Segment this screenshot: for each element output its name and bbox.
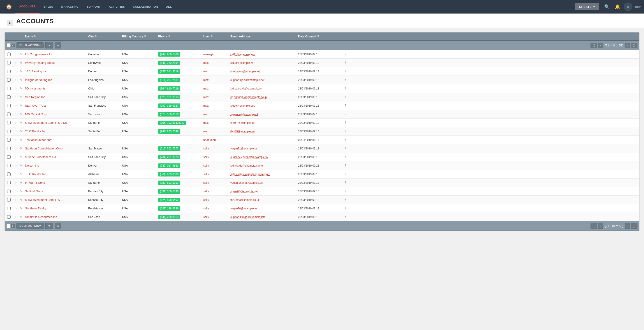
row-edit-icon[interactable]: ✎ <box>18 214 24 220</box>
account-name-link[interactable]: Waverly Trading House <box>25 61 56 64</box>
row-edit-icon[interactable]: ✎ <box>18 51 24 57</box>
row-star[interactable]: ☆ <box>13 214 18 220</box>
account-name-link[interactable]: MTM Investment Bank F S B <box>25 198 62 202</box>
row-checkbox[interactable] <box>7 138 10 142</box>
user-link[interactable]: max <box>203 121 209 124</box>
select-dropdown-button-bottom[interactable]: ▼ <box>10 224 15 228</box>
notifications-button[interactable]: 🔔 <box>613 3 622 10</box>
row-info-icon[interactable]: i <box>342 51 349 57</box>
row-info-icon[interactable]: i <box>342 137 349 143</box>
row-star[interactable]: ☆ <box>13 180 18 186</box>
nav-sales[interactable]: SALES <box>40 0 57 13</box>
row-checkbox[interactable] <box>7 130 10 133</box>
row-checkbox[interactable] <box>7 215 10 219</box>
email-link[interactable]: kid11@example.info <box>230 53 255 56</box>
next-page-button-top[interactable]: ⟩ <box>624 43 630 48</box>
admin-avatar[interactable]: A <box>624 2 632 11</box>
row-edit-icon[interactable]: ✎ <box>18 137 24 143</box>
nav-accounts[interactable]: ACCOUNTS <box>15 0 40 13</box>
user-link[interactable]: sally <box>203 207 209 210</box>
row-info-icon[interactable]: i <box>342 77 349 83</box>
user-link[interactable]: manager <box>203 53 214 56</box>
account-name-link[interactable]: JBC Banking Inc <box>25 70 47 73</box>
user-link[interactable]: nhat.thieu <box>203 138 216 142</box>
row-edit-icon[interactable]: ✎ <box>18 180 24 186</box>
row-star[interactable]: ☆ <box>13 111 18 117</box>
row-star[interactable]: ☆ <box>13 197 18 203</box>
next-page-button-bottom[interactable]: ⟩ <box>624 223 630 229</box>
row-info-icon[interactable]: i <box>342 205 349 212</box>
email-link[interactable]: support.qa.qa@example.net <box>230 78 264 82</box>
email-link[interactable]: kid.kid.kid@example.name <box>230 164 263 167</box>
row-star[interactable]: ☆ <box>13 103 18 109</box>
row-checkbox[interactable] <box>7 181 10 184</box>
row-info-icon[interactable]: i <box>342 111 349 117</box>
select-dropdown-button[interactable]: ▼ <box>10 44 15 47</box>
row-checkbox[interactable] <box>7 112 10 116</box>
row-checkbox[interactable] <box>7 207 10 210</box>
user-link[interactable]: max <box>203 130 209 133</box>
col-user[interactable]: User ⇅ <box>202 35 229 38</box>
row-checkbox[interactable] <box>7 121 10 124</box>
email-link[interactable]: the.info@example.co.uk <box>230 198 260 202</box>
row-edit-icon[interactable]: ✎ <box>18 188 24 194</box>
row-info-icon[interactable]: i <box>342 171 349 177</box>
last-page-button-top[interactable]: ⟩⟩ <box>631 43 638 48</box>
prev-page-button-bottom[interactable]: ⟨ <box>598 223 604 229</box>
email-link[interactable]: kid29@example.edu <box>230 104 255 107</box>
bulk-action-button[interactable]: BULK ACTION▾ <box>16 42 44 48</box>
filter-button-bottom[interactable]: ▼ <box>45 223 53 229</box>
row-star[interactable]: ☆ <box>13 137 18 143</box>
row-info-icon[interactable]: i <box>342 145 349 152</box>
row-checkbox[interactable] <box>7 70 10 73</box>
last-page-button-bottom[interactable]: ⟩⟩ <box>631 223 638 229</box>
row-info-icon[interactable]: i <box>342 154 349 160</box>
row-checkbox[interactable] <box>7 87 10 90</box>
row-edit-icon[interactable]: ✎ <box>18 85 24 91</box>
row-edit-icon[interactable]: ✎ <box>18 145 24 151</box>
email-link[interactable]: support.kid.qa@example.info <box>230 216 266 219</box>
user-link[interactable]: sally <box>203 216 209 219</box>
user-link[interactable]: sally <box>203 181 209 184</box>
row-edit-icon[interactable]: ✎ <box>18 171 24 177</box>
row-edit-icon[interactable]: ✎ <box>18 111 24 117</box>
search-button[interactable]: 🔍 <box>602 3 612 10</box>
row-edit-icon[interactable]: ✎ <box>18 120 24 126</box>
account-name-link[interactable]: Smith & Sons <box>25 190 43 193</box>
user-link[interactable]: max <box>203 61 209 64</box>
row-info-icon[interactable]: i <box>342 120 349 126</box>
nav-marketing[interactable]: MARKETING <box>57 0 83 13</box>
user-link[interactable]: sally <box>203 156 209 159</box>
col-billing-country[interactable]: Billing Country ⇅ <box>121 35 157 38</box>
row-star[interactable]: ☆ <box>13 188 18 195</box>
row-info-icon[interactable]: i <box>342 197 349 203</box>
nav-all[interactable]: ALL <box>162 0 176 13</box>
select-all-checkbox[interactable] <box>6 43 10 47</box>
row-star[interactable]: ☆ <box>13 120 18 126</box>
row-checkbox[interactable] <box>7 172 10 176</box>
row-star[interactable]: ☆ <box>13 60 18 66</box>
user-link[interactable]: sally <box>203 147 209 150</box>
select-all-checkbox-bottom[interactable] <box>6 224 10 228</box>
user-link[interactable]: max <box>203 113 209 116</box>
row-edit-icon[interactable]: ✎ <box>18 68 24 74</box>
email-link[interactable]: kid28@example.tw <box>230 61 254 64</box>
home-icon[interactable]: 🏠 <box>3 4 15 10</box>
row-info-icon[interactable]: i <box>342 94 349 100</box>
row-edit-icon[interactable]: ✎ <box>18 103 24 109</box>
row-star[interactable]: ☆ <box>13 154 18 160</box>
email-link[interactable]: dev39@example.net <box>230 130 255 133</box>
row-star[interactable]: ☆ <box>13 128 18 135</box>
first-page-button-bottom[interactable]: ⟨⟨ <box>590 223 597 229</box>
account-name-link[interactable]: MTM Investment Bank F S B121 <box>25 121 68 124</box>
nav-support[interactable]: SUPPORT <box>83 0 105 13</box>
filter-button[interactable]: ▼ <box>45 42 53 48</box>
row-star[interactable]: ☆ <box>13 145 18 152</box>
user-link[interactable]: sally <box>203 164 209 167</box>
user-link[interactable]: sally <box>203 198 209 202</box>
row-info-icon[interactable]: i <box>342 214 349 220</box>
user-link[interactable]: max <box>203 70 209 73</box>
row-checkbox[interactable] <box>7 104 10 107</box>
col-city[interactable]: City ⇅ <box>87 35 121 38</box>
account-name-link[interactable]: Nelson Inc <box>25 164 39 167</box>
